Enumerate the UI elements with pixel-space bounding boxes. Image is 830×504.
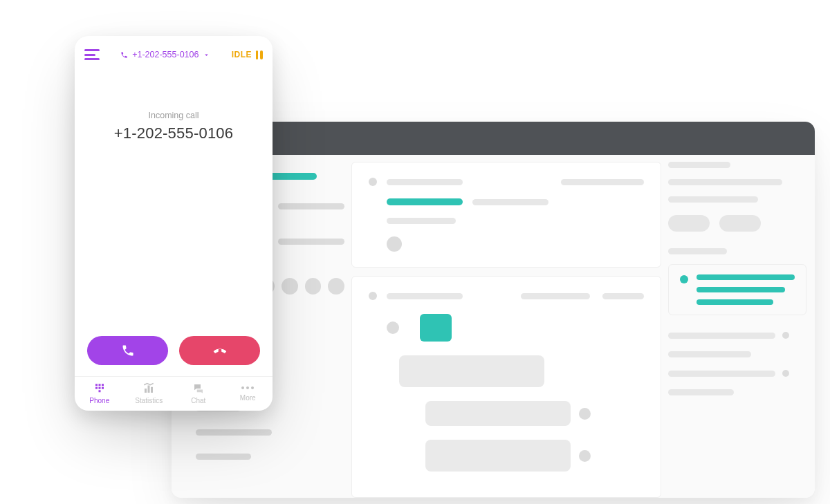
phone-answer-icon [121, 344, 135, 357]
message-bubble [425, 401, 571, 426]
skeleton-bar [602, 293, 644, 299]
dashboard-center-column [351, 162, 661, 498]
skeleton-bar [521, 293, 590, 299]
message-bubble [425, 440, 571, 472]
skeleton-bar [668, 389, 734, 395]
avatar-placeholder [305, 278, 322, 295]
phone-icon [120, 51, 128, 59]
agent-status-label: IDLE [232, 50, 252, 59]
phone-tabbar: Phone Statistics Chat More [75, 376, 273, 411]
sidebar-section [668, 248, 806, 315]
tab-more[interactable]: More [223, 377, 273, 411]
avatar-placeholder [282, 278, 298, 295]
avatar-placeholder [579, 450, 591, 462]
incoming-call-label: Incoming call [149, 111, 199, 120]
avatar-placeholder [387, 236, 402, 252]
dashboard-right-column [668, 162, 806, 498]
skeleton-bar [387, 198, 463, 205]
tab-chat[interactable]: Chat [174, 377, 223, 411]
svg-rect-9 [151, 387, 153, 393]
statistics-icon [142, 382, 155, 395]
svg-rect-7 [145, 389, 147, 393]
dialpad-icon [93, 382, 106, 395]
highlight-block [420, 314, 452, 342]
skeleton-bar [668, 196, 758, 203]
dot-icon [782, 370, 789, 377]
caller-id-number: +1-202-555-0106 [132, 50, 199, 59]
skeleton-bar [196, 454, 251, 460]
chevron-down-icon [203, 51, 210, 59]
dashboard-card [351, 276, 661, 498]
phone-decline-icon [213, 344, 227, 357]
svg-rect-0 [95, 384, 98, 386]
skeleton-bar [561, 179, 644, 185]
svg-rect-5 [102, 387, 104, 389]
svg-rect-2 [102, 384, 104, 386]
svg-rect-6 [98, 390, 100, 392]
tab-statistics[interactable]: Statistics [124, 377, 174, 411]
chat-icon [192, 382, 205, 395]
skeleton-bar [668, 179, 782, 185]
svg-rect-3 [95, 387, 98, 389]
skeleton-bar [472, 199, 548, 205]
incoming-call-number: +1-202-555-0106 [114, 124, 233, 142]
skeleton-bar [668, 333, 775, 339]
sidebar-section [668, 162, 806, 232]
highlight-card [668, 264, 806, 315]
decline-button[interactable] [179, 336, 260, 365]
dot-icon [782, 332, 789, 339]
dot-icon [369, 292, 377, 300]
dot-icon [369, 178, 377, 186]
answer-button[interactable] [87, 336, 168, 365]
svg-rect-8 [148, 386, 150, 393]
skeleton-bar [668, 162, 730, 168]
skeleton-bar [697, 287, 785, 292]
menu-icon[interactable] [84, 49, 100, 60]
skeleton-bar [697, 299, 773, 305]
avatar-placeholder [328, 278, 344, 295]
avatar-placeholder [579, 408, 591, 420]
skeleton-bar [278, 203, 344, 209]
sidebar-section [668, 332, 806, 408]
skeleton-bar [387, 293, 463, 299]
more-icon [241, 386, 254, 389]
skeleton-bar [267, 173, 317, 180]
dot-icon [680, 275, 688, 283]
skeleton-bar [387, 179, 463, 185]
tab-label: Phone [89, 397, 109, 404]
dashboard-card [351, 162, 661, 268]
softphone-panel: +1-202-555-0106 IDLE Incoming call +1-20… [75, 36, 273, 411]
svg-rect-1 [98, 384, 100, 386]
phone-header: +1-202-555-0106 IDLE [75, 36, 273, 73]
call-actions [75, 336, 273, 376]
skeleton-bar [387, 218, 456, 224]
agent-status[interactable]: IDLE [232, 50, 263, 59]
skeleton-bar [668, 351, 751, 357]
skeleton-bar [668, 248, 727, 254]
tab-label: Statistics [135, 397, 163, 404]
pill-button-placeholder [719, 215, 761, 232]
caller-id-selector[interactable]: +1-202-555-0106 [120, 50, 210, 59]
skeleton-bar [697, 274, 795, 280]
avatar-placeholder [387, 321, 399, 334]
pause-icon [256, 50, 263, 59]
svg-rect-4 [98, 387, 100, 389]
skeleton-bar [278, 239, 344, 245]
tab-label: More [240, 394, 256, 402]
skeleton-bar [668, 371, 775, 377]
message-bubble [399, 355, 544, 387]
pill-button-placeholder [668, 215, 710, 232]
tab-label: Chat [191, 397, 205, 404]
phone-body: Incoming call +1-202-555-0106 [75, 73, 273, 336]
skeleton-bar [196, 429, 272, 436]
tab-phone[interactable]: Phone [75, 377, 124, 411]
